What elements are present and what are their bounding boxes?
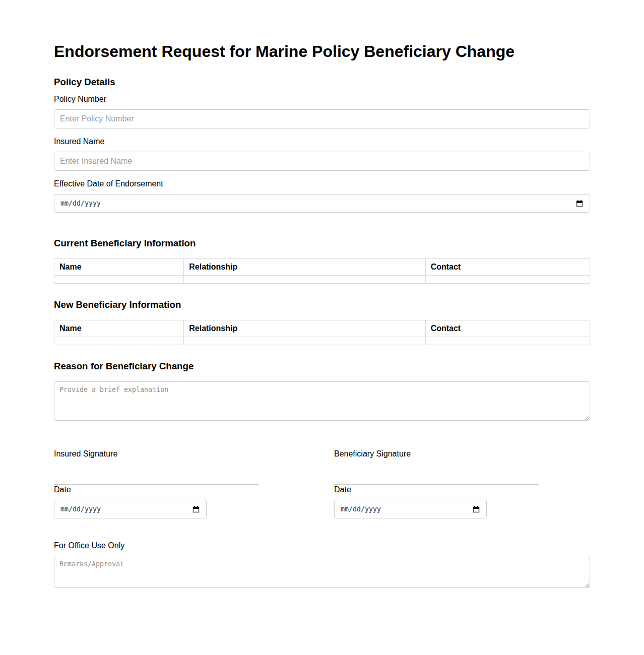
table-row <box>54 337 590 345</box>
insured-name-label: Insured Name <box>54 137 590 146</box>
column-header-relationship: Relationship <box>184 320 425 337</box>
cell-contact <box>425 337 590 345</box>
insured-date-input[interactable] <box>54 500 207 518</box>
cell-name <box>54 337 184 345</box>
effective-date-label: Effective Date of Endorsement <box>54 179 590 188</box>
calendar-icon[interactable] <box>192 505 200 513</box>
insured-date-text[interactable] <box>60 505 188 513</box>
cell-name <box>54 276 184 284</box>
column-header-relationship: Relationship <box>184 259 425 276</box>
table-header-row: Name Relationship Contact <box>54 320 590 337</box>
beneficiary-signature-label: Beneficiary Signature <box>334 449 539 458</box>
new-beneficiary-section: New Beneficiary Information Name Relatio… <box>54 299 590 345</box>
field-policy-number: Policy Number <box>54 95 590 128</box>
calendar-icon[interactable] <box>472 505 480 513</box>
column-header-contact: Contact <box>425 320 590 337</box>
field-insured-name: Insured Name <box>54 137 590 171</box>
table-header-row: Name Relationship Contact <box>54 259 590 276</box>
signature-row: Insured Signature Date Beneficiary Signa… <box>54 449 590 518</box>
policy-details-section: Policy Details Policy Number Insured Nam… <box>54 77 590 213</box>
column-header-contact: Contact <box>425 259 590 276</box>
beneficiary-date-text[interactable] <box>341 505 468 513</box>
cell-contact <box>425 276 590 284</box>
column-header-name: Name <box>54 259 184 276</box>
reason-textarea[interactable] <box>54 381 590 421</box>
current-beneficiary-heading: Current Beneficiary Information <box>54 238 590 249</box>
insured-name-input[interactable] <box>54 152 590 171</box>
policy-details-heading: Policy Details <box>54 77 590 88</box>
office-use-textarea[interactable] <box>54 556 590 588</box>
effective-date-text[interactable] <box>60 200 571 207</box>
policy-number-input[interactable] <box>54 109 590 128</box>
field-effective-date: Effective Date of Endorsement <box>54 179 590 213</box>
office-use-section: For Office Use Only <box>54 541 590 588</box>
page-title: Endorsement Request for Marine Policy Be… <box>54 42 590 61</box>
beneficiary-date-input[interactable] <box>334 500 487 518</box>
insured-signature-line <box>54 464 259 485</box>
beneficiary-signature-block: Beneficiary Signature Date <box>334 449 539 518</box>
beneficiary-signature-line <box>334 464 539 485</box>
insured-signature-label: Insured Signature <box>54 449 259 458</box>
office-use-label: For Office Use Only <box>54 541 590 550</box>
new-beneficiary-heading: New Beneficiary Information <box>54 299 590 310</box>
cell-relationship <box>184 276 425 284</box>
reason-section: Reason for Beneficiary Change <box>54 361 590 421</box>
insured-date-label: Date <box>54 485 259 494</box>
new-beneficiary-table: Name Relationship Contact <box>54 320 590 345</box>
current-beneficiary-section: Current Beneficiary Information Name Rel… <box>54 238 590 284</box>
table-row <box>54 276 590 284</box>
column-header-name: Name <box>54 320 184 337</box>
cell-relationship <box>184 337 425 345</box>
effective-date-input[interactable] <box>54 194 590 213</box>
policy-number-label: Policy Number <box>54 95 590 104</box>
beneficiary-date-label: Date <box>334 485 539 494</box>
insured-signature-block: Insured Signature Date <box>54 449 259 518</box>
endorsement-form: Endorsement Request for Marine Policy Be… <box>54 0 590 655</box>
calendar-icon[interactable] <box>575 200 584 208</box>
current-beneficiary-table: Name Relationship Contact <box>54 258 590 284</box>
reason-heading: Reason for Beneficiary Change <box>54 361 590 372</box>
